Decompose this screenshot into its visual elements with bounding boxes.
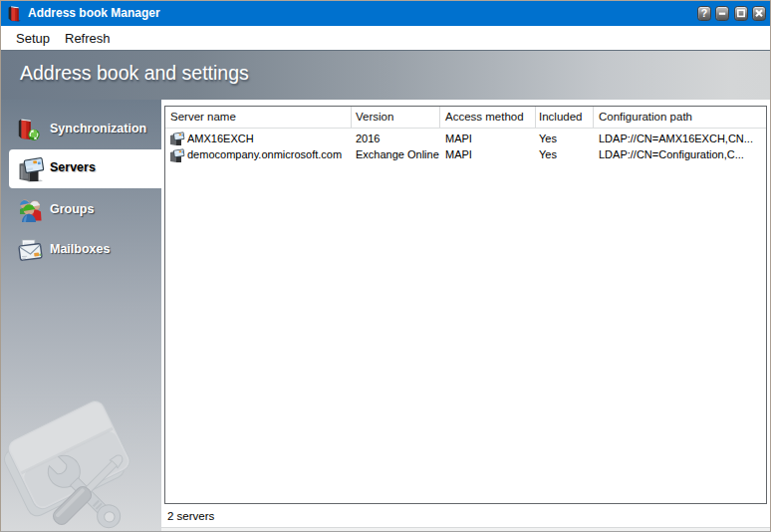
svg-text:?: ? [701,7,707,19]
